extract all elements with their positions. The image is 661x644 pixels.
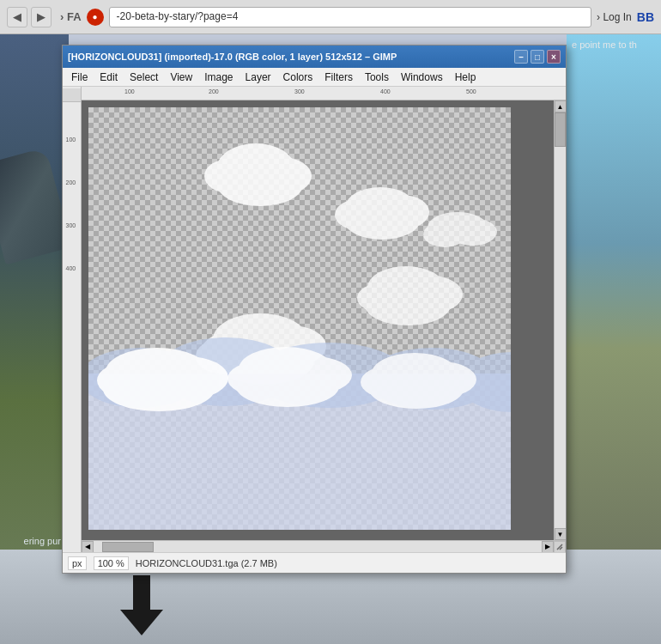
close-button[interactable]: × <box>547 50 561 64</box>
browser-nav: ◀ ▶ <box>7 7 52 27</box>
image-canvas <box>88 107 511 530</box>
h-ruler-100: 100 <box>124 88 135 94</box>
menu-view[interactable]: View <box>165 70 197 85</box>
scroll-thumb-horizontal[interactable] <box>102 542 154 552</box>
gimp-main-canvas-panel: 100 200 300 400 500 <box>82 87 566 552</box>
menu-layer[interactable]: Layer <box>240 70 276 85</box>
menu-select[interactable]: Select <box>124 70 163 85</box>
h-ruler-300: 300 <box>294 88 305 94</box>
gimp-canvas-area: 100 200 300 400 100 200 300 400 500 <box>63 87 566 552</box>
maximize-button[interactable]: □ <box>531 50 544 64</box>
h-ruler-500: 500 <box>466 88 476 94</box>
zoom-selector[interactable]: 100 % <box>94 556 129 570</box>
gimp-window: [HORIZONCLOUD31] (imported)-17.0 (RGB co… <box>62 45 567 574</box>
gimp-title: [HORIZONCLOUD31] (imported)-17.0 (RGB co… <box>68 52 512 62</box>
vertical-ruler: 100 200 300 400 <box>65 102 79 552</box>
h-ruler-400: 400 <box>380 88 391 94</box>
menu-file[interactable]: File <box>66 70 93 85</box>
left-background-text: ering pur <box>0 532 64 550</box>
h-ruler-200: 200 <box>209 88 219 94</box>
menu-help[interactable]: Help <box>450 70 482 85</box>
right-panel-text: e point me to th <box>568 38 661 52</box>
site-icon: › FA <box>60 10 82 23</box>
browser-toolbar: ◀ ▶ › FA ● -20-beta-by-stary/?page=4 › L… <box>0 0 661 34</box>
aircraft-shape <box>0 148 69 265</box>
v-ruler-300: 300 <box>66 222 76 228</box>
down-arrow <box>120 575 163 635</box>
v-ruler-200: 200 <box>66 179 76 185</box>
forward-button[interactable]: ▶ <box>31 7 52 27</box>
menu-filters[interactable]: Filters <box>319 70 358 85</box>
gimp-left-ruler-panel: 100 200 300 400 <box>63 87 82 552</box>
canvas-scroll-container: ▲ ▼ <box>82 100 566 540</box>
gimp-statusbar: px 100 % HORIZONCLOUD31.tga (2.7 MB) <box>63 552 566 573</box>
corner-resize-button[interactable] <box>554 541 566 553</box>
menu-tools[interactable]: Tools <box>360 70 394 85</box>
scroll-down-button[interactable]: ▼ <box>555 528 567 540</box>
resize-icon <box>555 543 564 551</box>
scroll-thumb-vertical[interactable] <box>555 112 566 147</box>
menu-image[interactable]: Image <box>199 70 238 85</box>
arrow-head <box>120 610 163 635</box>
scroll-track-vertical <box>555 112 566 528</box>
menu-edit[interactable]: Edit <box>94 70 123 85</box>
arrow-body <box>133 575 150 610</box>
back-button[interactable]: ◀ <box>7 7 27 27</box>
red-circle-icon: ● <box>87 9 104 26</box>
menu-colors[interactable]: Colors <box>278 70 318 85</box>
scroll-right-button[interactable]: ▶ <box>542 541 554 553</box>
horizontal-scrollbar: ◀ ▶ <box>82 540 566 552</box>
horizontal-ruler: 100 200 300 400 500 <box>82 87 566 100</box>
url-bar[interactable]: -20-beta-by-stary/?page=4 <box>109 7 592 27</box>
login-link[interactable]: › Log In <box>597 11 632 23</box>
vertical-scrollbar[interactable]: ▲ ▼ <box>554 100 566 540</box>
v-ruler-100: 100 <box>66 137 76 143</box>
gimp-menubar: File Edit Select View Image Layer Colors… <box>63 68 566 87</box>
scroll-left-button[interactable]: ◀ <box>82 541 94 553</box>
transparency-checker <box>88 107 511 530</box>
statusbar-filename: HORIZONCLOUD31.tga (2.7 MB) <box>136 558 277 568</box>
scroll-up-button[interactable]: ▲ <box>555 100 567 112</box>
scroll-track-horizontal <box>94 541 542 552</box>
gimp-titlebar: [HORIZONCLOUD31] (imported)-17.0 (RGB co… <box>63 46 566 68</box>
canvas-viewport[interactable] <box>82 100 554 540</box>
v-ruler-400: 400 <box>66 265 76 271</box>
menu-windows[interactable]: Windows <box>396 70 448 85</box>
minimize-button[interactable]: – <box>514 50 528 64</box>
brand-logo: BB <box>637 10 654 24</box>
unit-selector[interactable]: px <box>68 556 87 570</box>
ruler-corner <box>63 88 82 102</box>
right-game-background <box>567 34 661 558</box>
